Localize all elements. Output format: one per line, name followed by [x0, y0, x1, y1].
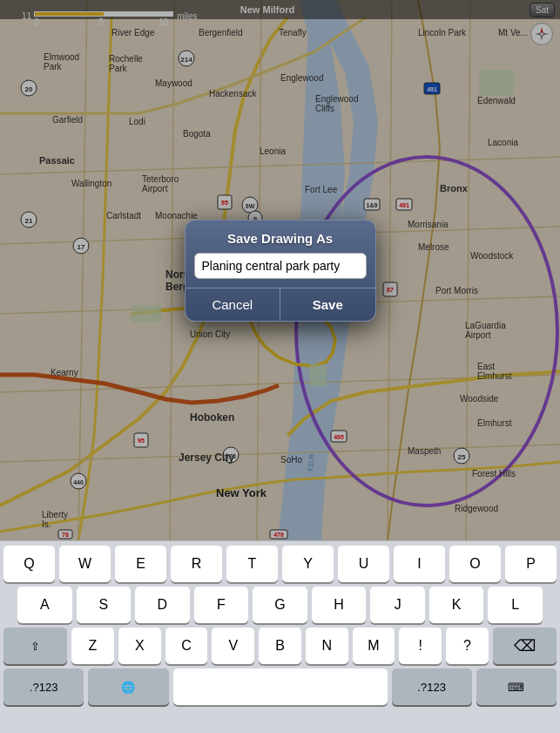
drawing-name-input[interactable] [194, 253, 367, 279]
dialog-buttons: Cancel Save [186, 288, 375, 321]
key-q[interactable]: Q [3, 546, 55, 582]
keyboard-row-3: ⇧ Z X C V B N M ! ? ⌫ [3, 628, 557, 664]
key-d[interactable]: D [135, 587, 190, 623]
key-a[interactable]: A [17, 587, 72, 623]
key-t[interactable]: T [226, 546, 278, 582]
key-globe[interactable]: 🌐 [88, 669, 168, 705]
cancel-button[interactable]: Cancel [186, 288, 281, 321]
key-shift[interactable]: ⇧ [3, 628, 67, 664]
dialog-title: Save Drawing As [186, 221, 375, 253]
key-z[interactable]: Z [71, 628, 114, 664]
keyboard-row-1: Q W E R T Y U I O P [3, 546, 557, 582]
key-o[interactable]: O [449, 546, 501, 582]
key-k[interactable]: K [429, 587, 484, 623]
key-s[interactable]: S [77, 587, 132, 623]
key-g[interactable]: G [253, 587, 307, 623]
key-x[interactable]: X [118, 628, 161, 664]
key-n[interactable]: N [306, 628, 348, 664]
key-v[interactable]: V [212, 628, 254, 664]
keyboard-row-2: A S D F G H J K L [17, 587, 543, 623]
key-i[interactable]: I [394, 546, 445, 582]
key-exclaim[interactable]: ! [399, 628, 442, 664]
map-container: 95 95 214 20 21 17 87 9W 9 1&9 491 491 [0, 0, 560, 540]
key-y[interactable]: Y [282, 546, 334, 582]
key-backspace[interactable]: ⌫ [493, 628, 557, 664]
key-j[interactable]: J [370, 587, 425, 623]
key-numbers[interactable]: .?123 [3, 669, 84, 705]
key-space[interactable] [173, 669, 388, 705]
keyboard-row-4: .?123 🌐 .?123 ⌨ [3, 669, 557, 705]
key-m[interactable]: M [353, 628, 395, 664]
key-c[interactable]: C [165, 628, 208, 664]
dialog-overlay: Save Drawing As Cancel Save [0, 0, 560, 540]
save-button[interactable]: Save [280, 288, 375, 321]
key-question[interactable]: ? [446, 628, 489, 664]
save-dialog: Save Drawing As Cancel Save [185, 220, 376, 322]
key-f[interactable]: F [194, 587, 249, 623]
key-numbers-2[interactable]: .?123 [392, 669, 472, 705]
key-keyboard-dismiss[interactable]: ⌨ [476, 669, 557, 705]
keyboard: Q W E R T Y U I O P A S D F G H J K L ⇧ … [0, 540, 560, 733]
key-w[interactable]: W [59, 546, 111, 582]
key-p[interactable]: P [505, 546, 557, 582]
key-l[interactable]: L [488, 587, 543, 623]
key-e[interactable]: E [115, 546, 166, 582]
key-b[interactable]: B [259, 628, 301, 664]
key-h[interactable]: H [312, 587, 367, 623]
key-r[interactable]: R [171, 546, 222, 582]
key-u[interactable]: U [338, 546, 389, 582]
